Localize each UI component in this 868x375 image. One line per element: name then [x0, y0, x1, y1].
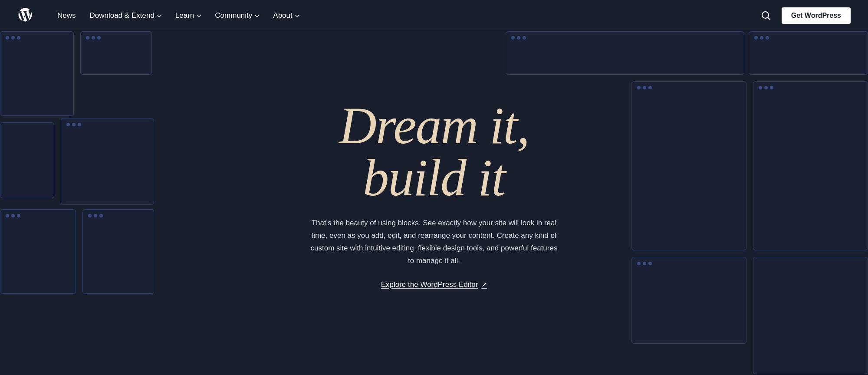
chevron-down-icon — [295, 15, 299, 17]
external-link-icon: ↗ — [481, 280, 487, 289]
hero-description: That's the beauty of using blocks. See e… — [308, 217, 560, 267]
get-wordpress-button[interactable]: Get WordPress — [782, 7, 851, 24]
block-card — [82, 209, 154, 294]
block-card — [80, 31, 152, 75]
block-card — [631, 81, 746, 250]
search-icon — [761, 11, 771, 20]
hero-section: Dream it, build it That's the beauty of … — [0, 31, 868, 375]
nav-item-about[interactable]: About — [266, 8, 306, 23]
main-nav: News Download & Extend Learn Community A… — [0, 0, 868, 31]
block-card — [749, 31, 868, 75]
hero-content: Dream it, build it That's the beauty of … — [282, 100, 586, 289]
chevron-down-icon — [157, 15, 161, 17]
block-card — [506, 31, 744, 75]
explore-editor-link[interactable]: Explore the WordPress Editor ↗ — [381, 280, 487, 289]
block-card — [0, 31, 74, 116]
hero-headline: Dream it, build it — [282, 100, 586, 204]
nav-item-news[interactable]: News — [50, 8, 83, 23]
block-card — [753, 257, 868, 374]
nav-item-community[interactable]: Community — [208, 8, 266, 23]
block-card — [753, 81, 868, 250]
nav-item-download-extend[interactable]: Download & Extend — [83, 8, 168, 23]
search-button[interactable] — [757, 7, 775, 24]
block-card — [0, 209, 76, 294]
chevron-down-icon — [255, 15, 259, 17]
block-card — [0, 122, 54, 198]
chevron-down-icon — [197, 15, 201, 17]
nav-links: News Download & Extend Learn Community A… — [50, 8, 757, 23]
nav-item-learn[interactable]: Learn — [168, 8, 208, 23]
site-logo[interactable] — [17, 7, 33, 24]
block-card — [631, 257, 746, 344]
block-card — [61, 118, 154, 205]
